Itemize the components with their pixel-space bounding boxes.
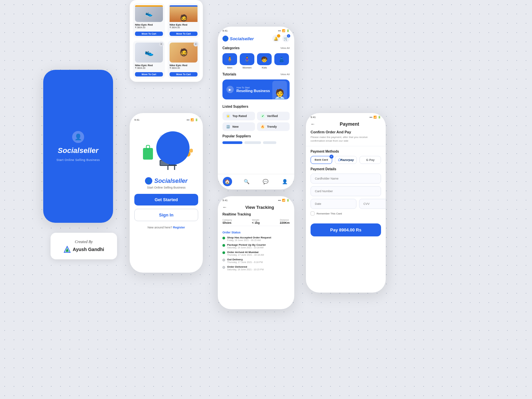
status-dot-4 xyxy=(222,259,225,261)
women-icon: 🧍‍♀️ xyxy=(240,53,254,65)
supplier-tag-top-rated[interactable]: ⭐ Top Rated xyxy=(222,112,255,120)
onboarding-logo-text: Socialseller xyxy=(154,178,188,185)
product-name-1: Nike Epic Red xyxy=(135,64,163,67)
product-card-2: ✕ 🧔 Nike Epic Red ₹ 3804.00 Move To Cart xyxy=(168,41,200,78)
product-card-top-2: 🧔 Nike Epic Red ₹ 3804.00 Move To Cart xyxy=(168,3,200,38)
sign-in-button[interactable]: Sign In xyxy=(134,209,198,221)
product-name-2: Nike Epic Red xyxy=(170,64,198,67)
notif-badge xyxy=(277,34,280,38)
banner-subtitle: How To Start xyxy=(236,86,270,89)
app-header: 👤 Socialseller 🔔 🛒 2 xyxy=(218,34,294,45)
main-app-phone: 9:41 ▪▪▪ 📶 🔋 👤 Socialseller 🔔 xyxy=(218,27,294,190)
tutorials-view-all[interactable]: View All xyxy=(280,73,290,76)
men-label: Men xyxy=(227,66,232,69)
categories-view-all[interactable]: View All xyxy=(280,47,290,50)
product-card-1: ✕ 👟 Nike Epic Red ₹ 3804.00 Move To Cart xyxy=(133,41,165,78)
date-input[interactable] xyxy=(311,199,356,209)
distance-meta: Distance 220Km xyxy=(280,219,290,224)
razorpay-method[interactable]: ⬡Razorpay xyxy=(335,156,357,164)
popular-suppliers-title: Popular Suppliers xyxy=(222,134,251,138)
status-item-3: Order Arrived At Mumbai Thursday, 17 Jun… xyxy=(222,251,290,256)
close-btn-1[interactable]: ✕ xyxy=(159,42,164,47)
category-women[interactable]: 🧍‍♀️ Women xyxy=(240,53,254,69)
supplier-tag-trendy[interactable]: 🔥 Trendy xyxy=(257,122,290,131)
product-img-1: 👟 xyxy=(135,43,163,63)
register-link[interactable]: Register xyxy=(173,226,185,229)
banner-person-img: 🧑‍💼 xyxy=(272,81,287,99)
search-nav-icon: 🔍 xyxy=(242,177,251,186)
cvv-input[interactable] xyxy=(359,199,386,209)
women-label: Women xyxy=(242,66,251,69)
tracking-time: 9:41 xyxy=(222,199,228,202)
tutorials-banner[interactable]: ▶ How To Start Reselling Business 🧑‍💼 xyxy=(222,79,290,99)
payment-details-title: Payment Details xyxy=(311,167,381,171)
app-logo: 👤 Socialseller xyxy=(222,36,254,42)
cart-icon[interactable]: 🛒 2 xyxy=(282,35,290,42)
nav-search[interactable]: 🔍 xyxy=(242,177,251,186)
weight-meta: Weight < 1kg xyxy=(252,219,260,224)
product-price-t2: ₹ 3804.00 xyxy=(170,26,198,29)
nav-home[interactable]: 🏠 xyxy=(223,177,232,186)
more-icon: 👗 xyxy=(274,53,289,65)
bank-card-method[interactable]: ✓ Bank Card xyxy=(311,156,332,164)
status-dot-2 xyxy=(222,244,225,247)
payment-status-bar: 9:41 ▪▪▪ 📶 🔋 xyxy=(306,113,386,120)
get-started-button[interactable]: Get Started xyxy=(134,194,198,205)
payment-methods-section: Payment Methods ✓ Bank Card ⬡Razorpay G … xyxy=(306,146,386,167)
payment-back-button[interactable]: ← xyxy=(311,121,315,127)
close-btn-2[interactable]: ✕ xyxy=(194,42,198,47)
banner-play-icon: ▶ xyxy=(226,86,234,93)
kids-icon: 🧒 xyxy=(257,53,272,65)
supplier-tag-new[interactable]: 🆕 New xyxy=(222,122,255,131)
status-item-5: Order Delivered Saturday, 18 June 2021 -… xyxy=(222,265,290,271)
tutorials-header: Tutorials View All xyxy=(218,71,294,77)
bottom-nav: 🏠 🔍 💬 👤 xyxy=(218,174,294,190)
cardholder-name-input[interactable] xyxy=(311,174,381,184)
remember-checkbox[interactable] xyxy=(311,211,315,215)
realtime-section: Realtime Tracking Category Shoes Weight … xyxy=(218,212,294,226)
confirm-title: Confirm Order And Pay xyxy=(311,130,381,134)
profile-nav-icon: 👤 xyxy=(280,177,289,186)
popular-supplier-bars xyxy=(218,141,294,144)
confirm-desc: Please make the payment, after that you … xyxy=(311,135,381,143)
categories-header: Categories View All xyxy=(218,45,294,51)
category-kids[interactable]: 🧒 Kids xyxy=(257,53,272,69)
card-number-input[interactable] xyxy=(311,186,381,196)
app-time: 9:41 xyxy=(222,29,228,32)
product-name-t1: Nike Epic Red xyxy=(135,23,163,26)
category-more[interactable]: 👗 xyxy=(274,53,289,69)
supplier-tag-verified[interactable]: ✔ Verified xyxy=(257,112,290,120)
verified-icon: ✔ xyxy=(260,114,265,118)
home-nav-icon: 🏠 xyxy=(223,177,232,186)
category-men[interactable]: 🧍 Men xyxy=(222,53,237,69)
order-status-section: Order Status Shop Has Accepted Order Req… xyxy=(218,231,294,273)
splash-screen: 👤 Socialseller Start Online Selling Busi… xyxy=(43,70,113,223)
tracking-status-bar: 9:41 ▪▪▪ 📶 🔋 xyxy=(218,196,294,203)
onboarding-logo: 👤 Socialseller xyxy=(145,177,188,185)
nav-chat[interactable]: 💬 xyxy=(261,177,270,186)
date-cvv-row xyxy=(311,199,381,209)
order-status-title: Order Status xyxy=(222,231,290,234)
app-logo-text: Socialseller xyxy=(230,36,254,41)
status-item-1: Shop Has Accepted Order Request Friday, … xyxy=(222,236,290,241)
pay-button[interactable]: Pay 8904.00 Rs xyxy=(311,223,381,236)
product-card-top-1: 👟 Nike Epic Red ₹ 3804.00 Move To Cart xyxy=(133,3,165,38)
tutorials-title: Tutorials xyxy=(222,72,236,76)
splash-tagline: Start Online Selling Business xyxy=(57,158,100,162)
tracking-phone: 9:41 ▪▪▪ 📶 🔋 ← View Tracking Realtime Tr… xyxy=(218,196,294,309)
onboarding-time: 9:41 xyxy=(134,118,140,121)
gpay-method[interactable]: G Pay xyxy=(359,156,381,164)
move-to-cart-btn-2[interactable]: Move To Cart xyxy=(170,72,198,76)
listed-suppliers-title: Listed Suppliers xyxy=(222,105,248,108)
nav-profile[interactable]: 👤 xyxy=(280,177,289,186)
product-price-2: ₹ 3804.00 xyxy=(170,67,198,69)
tracking-back-button[interactable]: ← xyxy=(222,204,227,210)
move-to-cart-btn-t2[interactable]: Move To Cart xyxy=(170,32,198,36)
move-to-cart-btn-1[interactable]: Move To Cart xyxy=(135,72,163,76)
move-to-cart-btn-t1[interactable]: Move To Cart xyxy=(135,32,163,36)
men-icon: 🧍 xyxy=(222,53,237,65)
notification-bell-icon[interactable]: 🔔 xyxy=(272,35,280,42)
created-by-label: Created By xyxy=(75,239,93,244)
supplier-bar-2 xyxy=(244,141,261,144)
banner-title: Reselling Business xyxy=(236,89,270,93)
